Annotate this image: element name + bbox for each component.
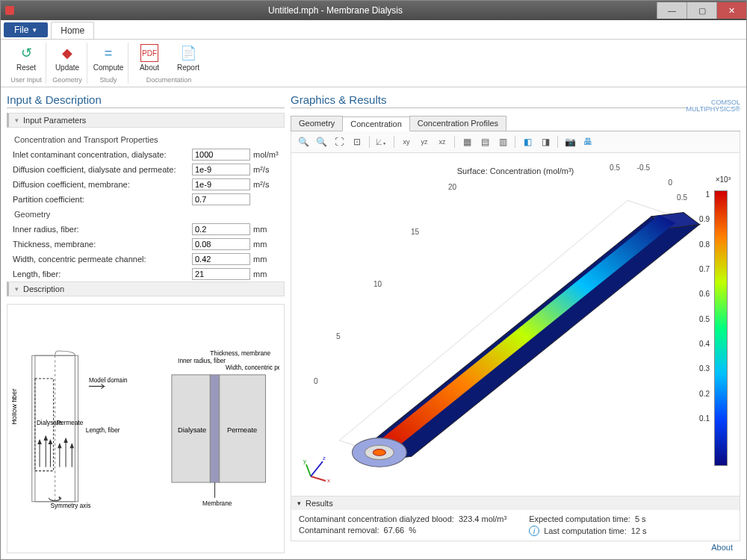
lbl-cin: Inlet contaminant concentration, dialysa… (13, 150, 189, 159)
tab-geometry[interactable]: Geometry (291, 116, 343, 131)
zoom-extents-icon[interactable]: ⊡ (350, 134, 365, 149)
colorbar (714, 190, 728, 466)
axis-triad-icon: x y z (303, 454, 333, 484)
colorbar-tick: 0.4 (699, 340, 710, 348)
main-content: Input & Description Input Parameters Con… (1, 87, 746, 559)
svg-text:Inner radius, fiber: Inner radius, fiber (178, 358, 226, 365)
lbl-wp: Width, concentric permeate channel: (13, 255, 189, 264)
val-cout: 323.4 mol/m³ (459, 514, 506, 523)
lbl-rin: Inner radius, fiber: (13, 225, 189, 234)
graphics-tabs: Geometry Concentration Concentration Pro… (291, 116, 740, 131)
val-exp: 5 s (635, 514, 646, 523)
about-link[interactable]: About (711, 543, 733, 552)
svg-text:Symmetry axis: Symmetry axis (50, 503, 90, 509)
colorbar-tick: 0.6 (699, 290, 710, 298)
svg-text:Length, fiber: Length, fiber (86, 427, 120, 434)
inp-k[interactable] (192, 193, 250, 205)
inp-tm[interactable] (192, 238, 250, 250)
report-button[interactable]: 📄Report (170, 43, 206, 73)
graphics-toolbar: 🔍 🔍 ⛶ ⊡ ⟀▾ xy yz xz ▦ ▤ ▥ ◧ ◨ 📷 🖶 (291, 131, 740, 153)
svg-text:Permeate: Permeate (57, 420, 84, 426)
view-default-icon[interactable]: ⟀▾ (374, 134, 389, 149)
group-conc: Concentration and Transport Properties (11, 135, 285, 144)
menu-bar: File▼ Home (1, 20, 746, 40)
colorbar-tick: 0.9 (699, 215, 710, 223)
colorbar-tick: 0.3 (699, 364, 710, 373)
results-header[interactable]: Results (291, 497, 740, 510)
plot-canvas[interactable]: Surface: Concentration (mol/m³) ×10³ 0.5… (291, 153, 740, 497)
inp-lf[interactable] (192, 268, 250, 280)
zoom-box-icon[interactable]: ⛶ (332, 134, 347, 149)
colorbar-tick: 0.7 (699, 265, 710, 273)
plot-icon[interactable]: ◨ (538, 134, 553, 149)
desc-header[interactable]: Description (7, 281, 285, 296)
colorbar-tick: 0.2 (699, 390, 710, 398)
tab-home[interactable]: Home (51, 22, 94, 39)
about-button[interactable]: PDFAbout (131, 43, 167, 73)
close-button[interactable]: ✕ (716, 2, 746, 19)
scene-light-icon[interactable]: ▦ (459, 134, 474, 149)
inp-wp[interactable] (192, 253, 250, 265)
report-icon: 📄 (179, 44, 197, 62)
app-window: Untitled.mph - Membrane Dialysis — ▢ ✕ F… (0, 0, 747, 560)
svg-point-36 (373, 449, 385, 456)
footer: About (291, 541, 740, 553)
graphics-title: Graphics & Results (291, 93, 686, 108)
print-icon[interactable]: 🖶 (580, 134, 595, 149)
plot-3d (291, 153, 740, 496)
reset-button[interactable]: ↺Reset (8, 43, 44, 73)
ribbon: ↺Reset User Input ◆Update Geometry =Comp… (1, 40, 746, 87)
lbl-lf: Length, fiber: (13, 270, 189, 279)
colorbar-tick: 1 (705, 190, 710, 199)
inp-rin[interactable] (192, 223, 250, 235)
select-icon[interactable]: ◧ (520, 134, 535, 149)
view-xy-icon[interactable]: xy (399, 134, 414, 149)
pdf-icon: PDF (140, 44, 158, 62)
tab-concentration[interactable]: Concentration (342, 116, 410, 131)
snapshot-icon[interactable]: 📷 (562, 134, 577, 149)
lbl-cout: Contaminant concentration dialyzed blood… (299, 514, 454, 523)
input-title: Input & Description (7, 93, 285, 108)
zoom-in-icon[interactable]: 🔍 (296, 134, 311, 149)
view-yz-icon[interactable]: yz (417, 134, 432, 149)
zoom-out-icon[interactable]: 🔍 (314, 134, 329, 149)
colorbar-tick: 0.8 (699, 240, 710, 249)
svg-text:Hollow fiber: Hollow fiber (12, 389, 18, 425)
colorbar-tick: 0.1 (699, 414, 710, 423)
description-diagram: Hollow fiber Dialysate Permeate (7, 304, 285, 553)
svg-line-39 (306, 464, 311, 476)
wireframe-icon[interactable]: ▥ (495, 134, 510, 149)
val-last: 12 s (631, 526, 647, 535)
compute-icon: = (99, 44, 117, 62)
minimize-button[interactable]: — (657, 2, 686, 19)
reset-icon: ↺ (17, 44, 35, 62)
params-header[interactable]: Input Parameters (7, 113, 285, 128)
svg-text:Width, concentric permeate cha: Width, concentric permeate channel (226, 364, 279, 371)
view-xz-icon[interactable]: xz (435, 134, 450, 149)
transparency-icon[interactable]: ▤ (477, 134, 492, 149)
title-bar: Untitled.mph - Membrane Dialysis — ▢ ✕ (1, 1, 746, 20)
inp-cin[interactable] (192, 149, 250, 161)
tab-profiles[interactable]: Concentration Profiles (409, 116, 506, 131)
maximize-button[interactable]: ▢ (686, 2, 716, 19)
inp-ddp[interactable] (192, 164, 250, 175)
svg-line-41 (311, 461, 323, 476)
group-study: Study (99, 76, 117, 84)
group-geom: Geometry (11, 210, 285, 219)
compute-button[interactable]: =Compute (90, 43, 126, 73)
svg-rect-1 (32, 355, 78, 502)
svg-text:x: x (327, 477, 330, 484)
svg-line-37 (311, 476, 326, 481)
svg-text:Dialysate: Dialysate (178, 426, 206, 434)
lbl-dm: Diffusion coefficient, membrane: (13, 180, 189, 189)
info-icon: i (529, 526, 539, 536)
lbl-tm: Thickness, membrane: (13, 240, 189, 249)
svg-text:Permeate: Permeate (227, 426, 257, 434)
update-button[interactable]: ◆Update (49, 43, 85, 73)
lbl-exp: Expected computation time: (529, 514, 630, 523)
window-title: Untitled.mph - Membrane Dialysis (14, 5, 657, 16)
brand-logo: COMSOLMULTIPHYSICS® (686, 99, 740, 113)
lbl-ddp: Diffusion coefficient, dialysate and per… (13, 165, 189, 174)
inp-dm[interactable] (192, 178, 250, 190)
file-menu[interactable]: File▼ (4, 22, 48, 37)
